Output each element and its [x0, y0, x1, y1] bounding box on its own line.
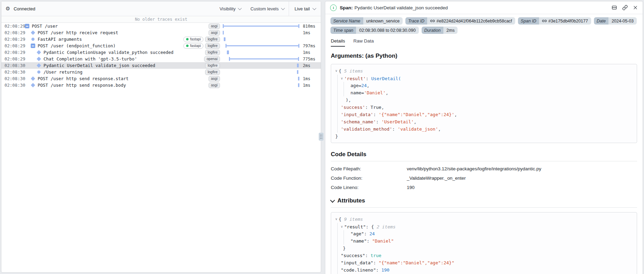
indent-guide — [337, 237, 338, 245]
duration-bar — [298, 77, 299, 81]
code-details-heading: Code Details — [331, 151, 637, 158]
code-line: "age": 24 — [335, 230, 633, 237]
trace-row-timeline — [223, 49, 300, 56]
indent-guide — [337, 82, 338, 89]
code-token: 'Daniel' — [364, 90, 386, 95]
panel-resize-handle[interactable] — [319, 133, 324, 141]
code-token: : — [365, 105, 371, 110]
tag-pill: logfire — [205, 43, 220, 49]
badge-value: 2ms — [443, 27, 458, 34]
trace-list: 02:08:29POST /userasgi810ms02:08:29POST … — [1, 23, 321, 88]
collapse-square-icon[interactable] — [30, 44, 35, 48]
trace-row-label: POST /user http send response.start — [38, 76, 209, 81]
badge-value: 02:08:30.088 to 02:08:30.090 — [356, 27, 419, 34]
visibility-dropdown[interactable]: Visibility — [215, 6, 246, 11]
code-token: 24 — [361, 83, 367, 88]
tab-details[interactable]: Details — [331, 38, 345, 47]
trace-row-duration: 810ms — [300, 24, 321, 29]
collapse-square-icon[interactable] — [25, 24, 29, 28]
panel-layout-icon[interactable] — [612, 5, 617, 10]
indent-guide — [337, 111, 338, 118]
code-token: { — [339, 217, 344, 222]
code-token: , — [386, 90, 388, 95]
tag-pill: asgi — [209, 23, 220, 29]
code-token: , — [438, 126, 441, 132]
trace-row-duration: 797ms — [300, 44, 321, 48]
trace-row[interactable]: 02:08:29Pydantic CompletionUsage validat… — [1, 49, 321, 56]
code-token: : — [376, 267, 382, 273]
trace-row[interactable]: 02:08:30POST /user http send response.st… — [1, 75, 321, 82]
code-token: : — [366, 224, 371, 229]
collapse-chevron-icon[interactable] — [330, 198, 335, 203]
duration-bar — [223, 31, 224, 35]
custom-levels-dropdown[interactable]: Custom levels — [246, 6, 289, 11]
trace-row-label: FastAPI arguments — [38, 37, 183, 42]
live-tail-dropdown[interactable]: Live tail — [289, 1, 321, 16]
badge-label: Span ID — [518, 17, 539, 25]
tab-raw-data[interactable]: Raw Data — [353, 38, 374, 47]
trace-row-duration: 1ms — [300, 83, 321, 88]
badge-value: unknown_service — [363, 17, 403, 25]
close-icon[interactable] — [633, 5, 638, 10]
tag-pill: openai — [204, 56, 220, 62]
code-token: true — [371, 253, 381, 258]
badge-label: Time span — [330, 27, 356, 34]
trace-row[interactable]: 02:08:30Pydantic UserDetail validate_jso… — [1, 62, 321, 69]
indent-guide — [337, 230, 338, 237]
collapse-chevron[interactable]: ∨ — [335, 217, 337, 221]
trace-row[interactable]: 02:08:29POST /user (endpoint_function)fa… — [1, 42, 321, 49]
green-dot-icon — [186, 38, 189, 40]
trace-row-duration: 1ms — [300, 50, 321, 55]
indent-guide — [337, 118, 338, 125]
settings-gear-icon[interactable]: ⚙ — [1, 6, 13, 12]
trace-row-time: 02:08:30 — [1, 76, 25, 81]
code-token: , — [454, 112, 457, 117]
code-token: 'result' — [344, 76, 366, 81]
code-detail-value: 190 — [407, 183, 637, 192]
tag-pill: logfire — [205, 69, 220, 75]
trace-row[interactable]: 02:08:29Chat Completion with 'gpt-3.5-tu… — [1, 56, 321, 62]
trace-row[interactable]: 02:08:30/User returninglogfire — [1, 69, 321, 75]
meta-badge[interactable]: Span ID#3e175db4f0b20177 — [518, 17, 591, 25]
trace-row[interactable]: 02:08:29FastAPI argumentsfastapilogfire — [1, 36, 321, 42]
code-token: 2 items — [377, 224, 396, 229]
chevron-down-icon — [238, 6, 242, 10]
code-line: ∨{ 9 items — [335, 215, 633, 223]
code-detail-label: Code Lineno: — [331, 183, 407, 192]
attributes-heading: Attributes — [331, 197, 637, 204]
code-token: "success" — [341, 253, 365, 258]
arguments-heading: Arguments: (as Python) — [331, 53, 637, 59]
tag-pill: logfire — [205, 63, 220, 68]
code-line: "input_data": "{"name":"Daniel","age":24… — [335, 259, 633, 266]
duration-bar — [224, 37, 225, 41]
code-line: } — [335, 133, 633, 140]
trace-row-label: POST /user http receive request — [38, 30, 209, 35]
code-token: "age" — [350, 231, 364, 236]
code-token: , — [381, 105, 384, 110]
attributes-heading-label: Attributes — [337, 197, 365, 204]
span-diamond-icon — [30, 31, 35, 34]
code-detail-label: Code Filepath: — [331, 164, 407, 173]
code-token: 'input_data' — [341, 112, 373, 117]
log-circle-icon — [36, 70, 41, 74]
meta-badge[interactable]: Trace ID#e8224d24d41f064b112c6eb9cb58cac… — [405, 17, 515, 25]
tag-pill: asgi — [209, 83, 220, 88]
indent-guide — [337, 245, 338, 252]
copy-link-icon[interactable] — [622, 5, 628, 10]
tag-pill: asgi — [209, 30, 220, 36]
detail-tabs: DetailsRaw Data — [325, 38, 643, 47]
indent-guide — [337, 223, 338, 230]
code-line: ∨{ 5 items — [335, 67, 633, 75]
trace-row[interactable]: 02:08:29POST /user http receive requesta… — [1, 29, 321, 36]
trace-row[interactable]: 02:08:30POST /user http send response.bo… — [1, 82, 321, 88]
trace-row-label: Chat Completion with 'gpt-3.5-turbo' — [44, 56, 204, 62]
collapse-chevron[interactable]: ∨ — [341, 225, 343, 228]
code-token: : — [366, 76, 371, 81]
span-diamond-icon — [30, 77, 35, 80]
trace-row-label: POST /user (endpoint_function) — [38, 43, 183, 48]
badge-label: Trace ID — [405, 17, 427, 25]
collapse-chevron[interactable]: ∨ — [341, 76, 343, 80]
code-token: ), — [346, 97, 351, 103]
collapse-chevron[interactable]: ∨ — [335, 69, 337, 73]
trace-row[interactable]: 02:08:29POST /userasgi810ms — [1, 23, 321, 29]
